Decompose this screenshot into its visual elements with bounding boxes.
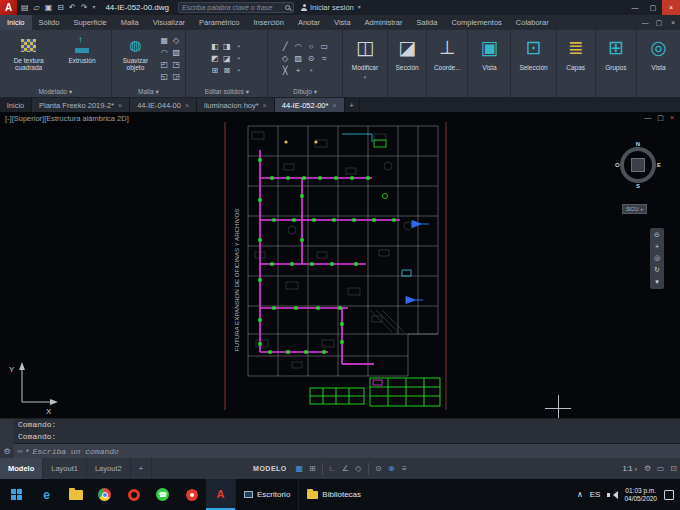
command-search-dropdown-icon[interactable]: ▾: [25, 447, 29, 455]
tab-close-icon[interactable]: ×: [118, 102, 122, 109]
doc-minimize-button[interactable]: —: [638, 15, 652, 30]
sign-in-button[interactable]: Iniciar sesión ▾: [301, 0, 362, 15]
doc-close-button[interactable]: ×: [666, 15, 680, 30]
solid-edit-icon[interactable]: ◧: [209, 40, 221, 52]
ribbon-tab-insercion[interactable]: Inserción: [247, 15, 291, 30]
taskbar-edge-icon[interactable]: e: [32, 479, 61, 510]
ribbon-tab-parametrico[interactable]: Paramétrico: [192, 15, 246, 30]
solid-edit-icon[interactable]: ⊠: [221, 64, 233, 76]
grid-icon[interactable]: ▦: [293, 464, 306, 473]
object-snap-tracking-icon[interactable]: ⊙: [372, 464, 385, 473]
mesh-tool-icon[interactable]: ◇: [170, 34, 182, 46]
mesh-tool-icon[interactable]: ◲: [170, 70, 182, 82]
app-logo-button[interactable]: A: [0, 0, 17, 15]
help-search-input[interactable]: [182, 4, 282, 11]
volume-icon[interactable]: [607, 490, 617, 500]
mesh-tool-icon[interactable]: ▦: [158, 34, 170, 46]
compass-west-label[interactable]: O: [615, 162, 620, 168]
capas-button[interactable]: ≣ Capas: [557, 30, 595, 97]
customize-icon[interactable]: ⚙: [3, 447, 10, 456]
panel-label-editar-solidos[interactable]: Editar sólidos▾: [186, 86, 267, 97]
seccion-button[interactable]: ◪ Sección: [388, 30, 426, 97]
print-icon[interactable]: ⊟: [56, 0, 65, 15]
taskbar-whatsapp-icon[interactable]: ☎: [148, 479, 177, 510]
ribbon-tab-complementos[interactable]: Complementos: [444, 15, 508, 30]
vista-button[interactable]: ▣ Vista: [468, 30, 510, 97]
zoom-icon[interactable]: ◎: [654, 254, 660, 262]
ucs-selector[interactable]: SCU ▾: [622, 204, 647, 214]
navbar-more-icon[interactable]: ▾: [655, 278, 659, 286]
ribbon-tab-vista[interactable]: Vista: [327, 15, 358, 30]
file-tab-iluminacion[interactable]: iluminacion hoy*×: [197, 98, 275, 112]
modificar-button[interactable]: ◫ Modificar ▾: [343, 30, 387, 97]
panel-label-modelado[interactable]: Modelado▾: [0, 86, 111, 97]
doc-restore-button[interactable]: ▢: [652, 15, 666, 30]
new-file-icon[interactable]: ▤: [20, 0, 30, 15]
compass-north-label[interactable]: N: [636, 141, 640, 147]
line-tool-icon[interactable]: ╱: [279, 40, 291, 52]
flyout-arrow-icon[interactable]: ▾: [233, 52, 245, 64]
mesh-tool-icon[interactable]: ◠: [158, 46, 170, 58]
solid-edit-icon[interactable]: ◪: [221, 52, 233, 64]
object-snap-icon[interactable]: ⊕: [385, 464, 398, 473]
tab-close-icon[interactable]: ×: [332, 102, 336, 109]
snap-icon[interactable]: ⊞: [306, 464, 319, 473]
solid-edit-icon[interactable]: ⊞: [209, 64, 221, 76]
mesh-tool-icon[interactable]: ◱: [158, 70, 170, 82]
taskbar-chrome-icon[interactable]: [90, 479, 119, 510]
viewport-close-icon[interactable]: ×: [670, 114, 674, 122]
taskbar-clock[interactable]: 01:03 p.m. 04/05/2020: [624, 487, 657, 503]
navigation-bar[interactable]: ⊙ + ◎ ↻ ▾: [650, 228, 664, 289]
polygon-tool-icon[interactable]: ◇: [279, 52, 291, 64]
clean-screen-icon[interactable]: ⊡: [667, 464, 680, 473]
mesh-tool-icon[interactable]: ◳: [170, 58, 182, 70]
panel-label-dibujo[interactable]: Dibujo▾: [268, 86, 341, 97]
taskbar-autocad-icon[interactable]: A: [206, 479, 235, 510]
viewport-controls-label[interactable]: [-][Superior][Estructura alámbrica 2D]: [5, 114, 129, 123]
orbit-icon[interactable]: ↻: [654, 266, 660, 274]
hatch-tool-icon[interactable]: ▨: [292, 52, 304, 64]
solid-edit-icon[interactable]: ◩: [209, 52, 221, 64]
redo-icon[interactable]: ↷: [80, 0, 89, 15]
compass-south-label[interactable]: S: [636, 183, 640, 189]
save-icon[interactable]: ▣: [44, 0, 54, 15]
tab-close-icon[interactable]: ×: [185, 102, 189, 109]
suavizar-button[interactable]: ◍ Suavizar objeto: [115, 32, 156, 84]
ribbon-tab-administrar[interactable]: Administrar: [358, 15, 410, 30]
undo-icon[interactable]: ↶: [68, 0, 77, 15]
ribbon-tab-solido[interactable]: Sólido: [32, 15, 67, 30]
minimize-button[interactable]: —: [626, 0, 644, 15]
steering-wheel-icon[interactable]: ⊙: [654, 231, 660, 239]
layout-tab-layout1[interactable]: Layout1: [43, 458, 87, 479]
drawing-viewport[interactable]: FUTURA EXPANSION DE OFICINAS Y ARCHIVOS: [0, 112, 680, 418]
lineweight-icon[interactable]: ≡: [398, 464, 411, 473]
grupos-button[interactable]: ⊞ Grupos: [596, 30, 636, 97]
isolate-objects-icon[interactable]: ▭: [654, 464, 667, 473]
file-tab-planta-freeko[interactable]: Planta Freeko 2019-2*×: [32, 98, 130, 112]
action-center-icon[interactable]: [664, 490, 674, 500]
new-layout-button[interactable]: +: [131, 458, 152, 479]
polar-tracking-icon[interactable]: ∠: [339, 464, 352, 473]
extrusion-button[interactable]: ↑ Extrusión: [56, 32, 107, 84]
viewport-minimize-icon[interactable]: —: [644, 114, 651, 122]
annotation-scale[interactable]: 1:1▾: [623, 465, 637, 472]
ribbon-tab-inicio[interactable]: Inicio: [0, 15, 32, 30]
command-input[interactable]: [32, 447, 676, 456]
pan-icon[interactable]: +: [655, 243, 659, 250]
taskbar-opera-icon[interactable]: [119, 479, 148, 510]
recent-commands-icon[interactable]: ▭: [18, 447, 22, 455]
ribbon-tab-visualizar[interactable]: Visualizar: [146, 15, 192, 30]
panel-label-malla[interactable]: Malla▾: [112, 86, 185, 97]
vista-2-button[interactable]: ◎ Vista: [637, 30, 680, 97]
taskbar-browser-icon[interactable]: [177, 479, 206, 510]
space-indicator[interactable]: MODELO: [253, 465, 287, 472]
flyout-arrow-icon[interactable]: ▾: [305, 64, 317, 76]
rectangle-tool-icon[interactable]: ▭: [318, 40, 330, 52]
mesh-tool-icon[interactable]: ▧: [170, 46, 182, 58]
viewport-restore-icon[interactable]: ▢: [657, 114, 664, 122]
donut-tool-icon[interactable]: ⊙: [305, 52, 317, 64]
more-draw-icon[interactable]: +: [292, 64, 304, 76]
viewcube-top-face[interactable]: [631, 158, 645, 172]
qat-dropdown-icon[interactable]: ▾: [91, 0, 96, 15]
libraries-toolbar[interactable]: Bibliotecas: [298, 479, 369, 510]
